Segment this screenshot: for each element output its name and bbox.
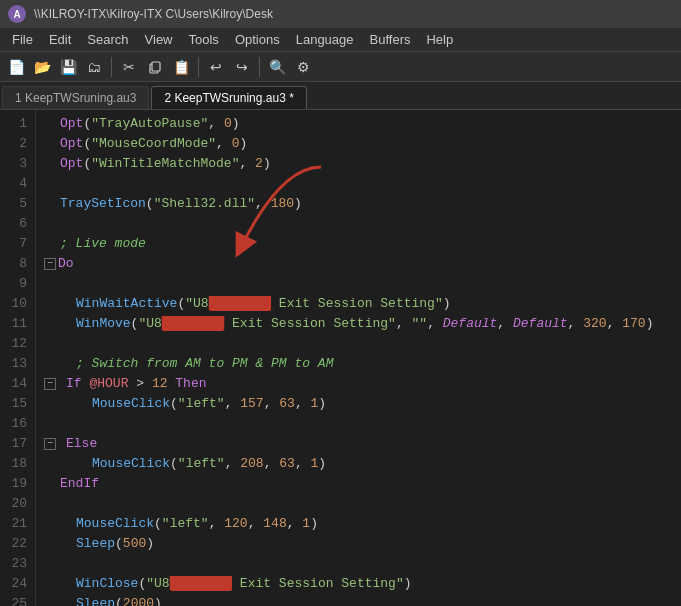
cut-button[interactable]: ✂ xyxy=(117,55,141,79)
code-line-18: MouseClick("left", 208, 63, 1) xyxy=(44,454,673,474)
code-area[interactable]: 1 2 3 4 5 6 7 8 9 10 11 12 13 14 15 16 1… xyxy=(0,110,681,606)
app-icon: A xyxy=(8,5,26,23)
code-line-21: MouseClick("left", 120, 148, 1) xyxy=(44,514,673,534)
ln-20: 20 xyxy=(4,494,27,514)
ln-23: 23 xyxy=(4,554,27,574)
sep2 xyxy=(198,57,199,77)
menu-buffers[interactable]: Buffers xyxy=(362,30,419,49)
ln-7: 7 xyxy=(4,234,27,254)
ln-24: 24 xyxy=(4,574,27,594)
code-line-16 xyxy=(44,414,673,434)
title-text: \\KILROY-ITX\Kilroy-ITX C\Users\Kilroy\D… xyxy=(34,7,273,21)
fold-17[interactable]: − xyxy=(44,438,56,450)
fold-14[interactable]: − xyxy=(44,378,56,390)
ln-16: 16 xyxy=(4,414,27,434)
menu-view[interactable]: View xyxy=(137,30,181,49)
code-line-15: MouseClick("left", 157, 63, 1) xyxy=(44,394,673,414)
save-button[interactable]: 💾 xyxy=(56,55,80,79)
ln-2: 2 xyxy=(4,134,27,154)
ln-1: 1 xyxy=(4,114,27,134)
toolbar: 📄 📂 💾 🗂 ✂ 📋 ↩ ↪ 🔍 ⚙ xyxy=(0,52,681,82)
code-line-17: −Else xyxy=(44,434,673,454)
menu-edit[interactable]: Edit xyxy=(41,30,79,49)
code-content[interactable]: Opt("TrayAutoPause", 0) Opt("MouseCoordM… xyxy=(36,110,681,606)
svg-rect-1 xyxy=(152,62,160,71)
code-line-7: ; Live mode xyxy=(44,234,673,254)
code-line-24: WinClose("U8████████ Exit Session Settin… xyxy=(44,574,673,594)
tab-1-label: 1 KeepTWSruning.au3 xyxy=(15,91,136,105)
search-button[interactable]: 🔍 xyxy=(265,55,289,79)
menu-bar: File Edit Search View Tools Options Lang… xyxy=(0,28,681,52)
ln-4: 4 xyxy=(4,174,27,194)
ln-21: 21 xyxy=(4,514,27,534)
undo-button[interactable]: ↩ xyxy=(204,55,228,79)
ln-9: 9 xyxy=(4,274,27,294)
title-bar: A \\KILROY-ITX\Kilroy-ITX C\Users\Kilroy… xyxy=(0,0,681,28)
ln-8: 8 xyxy=(4,254,27,274)
code-line-1: Opt("TrayAutoPause", 0) xyxy=(44,114,673,134)
ln-12: 12 xyxy=(4,334,27,354)
code-line-13: ; Switch from AM to PM & PM to AM xyxy=(44,354,673,374)
sep1 xyxy=(111,57,112,77)
ln-10: 10 xyxy=(4,294,27,314)
menu-search[interactable]: Search xyxy=(79,30,136,49)
ln-18: 18 xyxy=(4,454,27,474)
menu-tools[interactable]: Tools xyxy=(181,30,227,49)
sep3 xyxy=(259,57,260,77)
ln-15: 15 xyxy=(4,394,27,414)
tab-2-label: 2 KeepTWSruning.au3 * xyxy=(164,91,293,105)
code-line-6 xyxy=(44,214,673,234)
ln-11: 11 xyxy=(4,314,27,334)
ln-6: 6 xyxy=(4,214,27,234)
code-line-2: Opt("MouseCoordMode", 0) xyxy=(44,134,673,154)
code-line-25: Sleep(2000) xyxy=(44,594,673,606)
code-line-14: −If @HOUR > 12 Then xyxy=(44,374,673,394)
open-button[interactable]: 📂 xyxy=(30,55,54,79)
new-button[interactable]: 📄 xyxy=(4,55,28,79)
code-line-5: TraySetIcon("Shell32.dll", 180) xyxy=(44,194,673,214)
redo-button[interactable]: ↪ xyxy=(230,55,254,79)
fold-8[interactable]: − xyxy=(44,258,56,270)
tab-1[interactable]: 1 KeepTWSruning.au3 xyxy=(2,86,149,109)
menu-options[interactable]: Options xyxy=(227,30,288,49)
tab-bar: 1 KeepTWSruning.au3 2 KeepTWSruning.au3 … xyxy=(0,82,681,110)
tab-2[interactable]: 2 KeepTWSruning.au3 * xyxy=(151,86,306,109)
ln-22: 22 xyxy=(4,534,27,554)
ln-17: 17 xyxy=(4,434,27,454)
code-line-4 xyxy=(44,174,673,194)
menu-language[interactable]: Language xyxy=(288,30,362,49)
code-line-9 xyxy=(44,274,673,294)
line-numbers: 1 2 3 4 5 6 7 8 9 10 11 12 13 14 15 16 1… xyxy=(0,110,36,606)
code-line-12 xyxy=(44,334,673,354)
save-all-button[interactable]: 🗂 xyxy=(82,55,106,79)
menu-file[interactable]: File xyxy=(4,30,41,49)
ln-3: 3 xyxy=(4,154,27,174)
ln-25: 25 xyxy=(4,594,27,606)
code-line-23 xyxy=(44,554,673,574)
code-line-10: WinWaitActive("U8████████ Exit Session S… xyxy=(44,294,673,314)
paste-button[interactable]: 📋 xyxy=(169,55,193,79)
ln-19: 19 xyxy=(4,474,27,494)
code-line-19: EndIf xyxy=(44,474,673,494)
code-line-22: Sleep(500) xyxy=(44,534,673,554)
code-line-8: −Do xyxy=(44,254,673,274)
search-settings-button[interactable]: ⚙ xyxy=(291,55,315,79)
ln-14: 14 xyxy=(4,374,27,394)
code-line-20 xyxy=(44,494,673,514)
ln-5: 5 xyxy=(4,194,27,214)
copy-button[interactable] xyxy=(143,55,167,79)
code-line-11: WinMove("U8████████ Exit Session Setting… xyxy=(44,314,673,334)
menu-help[interactable]: Help xyxy=(418,30,461,49)
code-line-3: Opt("WinTitleMatchMode", 2) xyxy=(44,154,673,174)
ln-13: 13 xyxy=(4,354,27,374)
